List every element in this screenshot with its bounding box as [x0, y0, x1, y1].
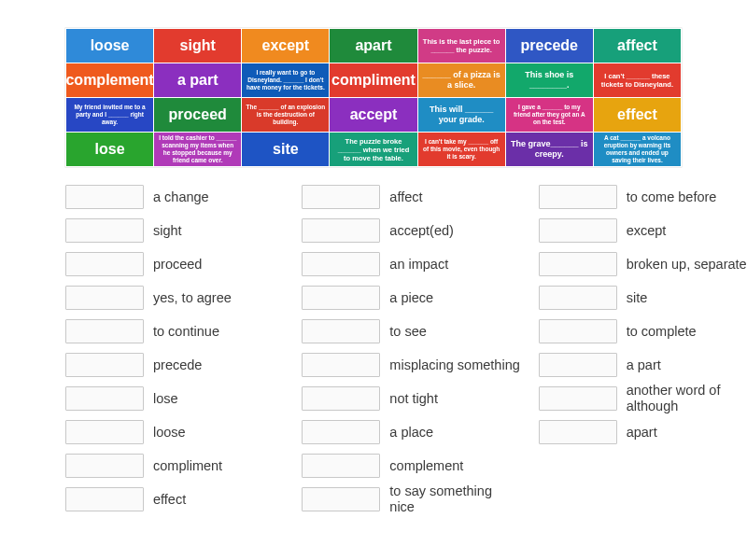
answer-grid: a changesightproceedyes, to agreeto cont…: [65, 180, 747, 516]
answer-label: misplacing something: [389, 357, 519, 373]
answer-row: lose: [65, 382, 292, 415]
answer-row: a piece: [302, 281, 529, 315]
word-tile[interactable]: This will ______ your grade.: [418, 98, 505, 132]
answer-row: yes, to agree: [65, 281, 292, 315]
answer-label: loose: [153, 425, 186, 441]
answer-label: to complete: [627, 324, 697, 340]
answer-drop-slot[interactable]: [302, 252, 380, 276]
word-tile[interactable]: This shoe is ________.: [506, 63, 593, 97]
word-tile[interactable]: proceed: [154, 98, 241, 132]
word-tile[interactable]: a part: [154, 63, 241, 97]
answer-row: a change: [65, 180, 292, 214]
answer-drop-slot[interactable]: [539, 319, 617, 343]
word-tile[interactable]: I can't take my ______ off of this movie…: [418, 133, 505, 166]
answer-label: compliment: [153, 458, 222, 474]
word-tile[interactable]: sight: [154, 29, 241, 63]
answer-drop-slot[interactable]: [302, 420, 380, 444]
answer-drop-slot[interactable]: [65, 353, 144, 377]
answer-column-3: to come beforeexceptbroken up, separated…: [539, 180, 747, 516]
answer-row: to complete: [539, 315, 747, 348]
answer-drop-slot[interactable]: [302, 353, 380, 377]
word-tile[interactable]: site: [242, 133, 329, 166]
answer-row: misplacing something: [302, 348, 529, 382]
word-tile[interactable]: compliment: [330, 63, 416, 97]
answer-label: effect: [153, 492, 186, 508]
answer-drop-slot[interactable]: [302, 319, 380, 343]
word-tile[interactable]: I really want to go to Disneyland. _____…: [242, 63, 329, 97]
answer-column-2: affectaccept(ed)an impacta pieceto seemi…: [302, 180, 529, 516]
answer-drop-slot[interactable]: [65, 487, 144, 511]
answer-label: yes, to agree: [153, 290, 232, 306]
answer-row: accept(ed): [302, 214, 529, 247]
word-tile[interactable]: My friend invited me to a party and I __…: [66, 98, 153, 132]
word-tile[interactable]: I can't ______ these tickets to Disneyla…: [594, 63, 681, 97]
answer-row: a place: [302, 415, 529, 449]
word-tile[interactable]: I told the cashier to ______ scanning my…: [154, 133, 241, 166]
answer-drop-slot[interactable]: [65, 454, 144, 478]
answer-drop-slot[interactable]: [65, 185, 144, 209]
word-tile[interactable]: loose: [66, 29, 153, 63]
answer-label: to say something nice: [389, 483, 520, 514]
answer-label: proceed: [153, 257, 202, 273]
answer-drop-slot[interactable]: [65, 420, 144, 444]
word-tile[interactable]: complement: [66, 63, 153, 97]
answer-label: a change: [153, 189, 209, 205]
answer-label: affect: [389, 189, 422, 205]
answer-row: compliment: [65, 449, 292, 483]
word-tile[interactable]: accept: [330, 98, 416, 132]
answer-drop-slot[interactable]: [302, 286, 380, 310]
answer-row: loose: [65, 415, 292, 449]
answer-drop-slot[interactable]: [539, 386, 617, 411]
word-tile[interactable]: effect: [594, 98, 681, 132]
answer-row: not tight: [302, 382, 529, 415]
answer-drop-slot[interactable]: [65, 386, 144, 411]
answer-row: broken up, separated: [539, 247, 747, 281]
word-tile[interactable]: ______ of a pizza is a slice.: [418, 63, 505, 97]
answer-drop-slot[interactable]: [65, 218, 144, 243]
answer-drop-slot[interactable]: [302, 218, 380, 243]
answer-drop-slot[interactable]: [539, 286, 617, 310]
answer-row: to see: [302, 315, 529, 348]
word-tile[interactable]: The puzzle broke ______ when we tried to…: [330, 133, 416, 166]
answer-row: sight: [65, 214, 292, 247]
word-tile-grid: loosesightexceptapartThis is the last pi…: [65, 28, 682, 167]
answer-drop-slot[interactable]: [302, 386, 380, 411]
word-tile[interactable]: The grave______ is creepy.: [506, 133, 593, 166]
word-tile[interactable]: precede: [506, 29, 593, 63]
answer-label: to see: [389, 324, 427, 340]
answer-row: precede: [65, 348, 292, 382]
answer-label: to come before: [627, 189, 717, 205]
answer-drop-slot[interactable]: [302, 185, 380, 209]
answer-row: a part: [539, 348, 747, 382]
word-tile[interactable]: A cat ______ a volcano eruption by warni…: [594, 133, 681, 166]
answer-drop-slot[interactable]: [65, 319, 144, 343]
word-tile[interactable]: apart: [330, 29, 416, 63]
answer-row: to continue: [65, 315, 292, 348]
answer-drop-slot[interactable]: [539, 218, 617, 243]
word-tile[interactable]: affect: [594, 29, 681, 63]
answer-drop-slot[interactable]: [65, 286, 144, 310]
answer-row: to say something nice: [302, 483, 529, 516]
answer-row: to come before: [539, 180, 747, 214]
answer-label: apart: [627, 425, 657, 441]
word-tile[interactable]: I gave a ______ to my friend after they …: [506, 98, 593, 132]
answer-row: apart: [539, 415, 747, 449]
answer-drop-slot[interactable]: [539, 420, 617, 444]
answer-label: a place: [389, 425, 433, 441]
answer-drop-slot[interactable]: [302, 487, 380, 511]
answer-label: not tight: [389, 391, 438, 407]
word-tile[interactable]: except: [242, 29, 329, 63]
answer-drop-slot[interactable]: [539, 185, 617, 209]
answer-row: effect: [65, 483, 292, 516]
answer-drop-slot[interactable]: [302, 454, 380, 478]
word-tile[interactable]: This is the last piece to ______ the puz…: [418, 29, 505, 63]
word-tile[interactable]: The ______ of an explosion is the destru…: [242, 98, 329, 132]
answer-label: except: [627, 223, 667, 239]
answer-label: to continue: [153, 324, 219, 340]
answer-drop-slot[interactable]: [539, 252, 617, 276]
answer-label: a part: [627, 357, 661, 373]
answer-label: another word of although: [627, 383, 747, 413]
answer-drop-slot[interactable]: [65, 252, 144, 276]
answer-drop-slot[interactable]: [539, 353, 617, 377]
word-tile[interactable]: lose: [66, 133, 153, 166]
